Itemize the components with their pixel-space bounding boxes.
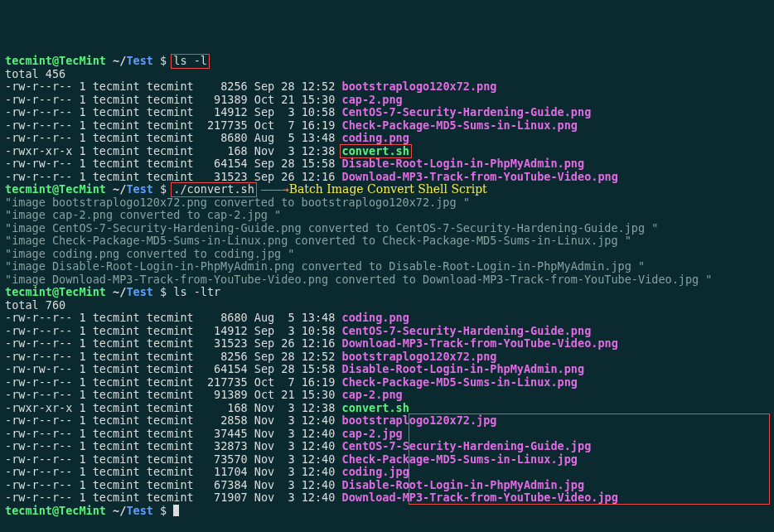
file-date: Oct 21 15:30: [254, 388, 336, 401]
file-links: 1: [79, 105, 85, 118]
file-group: tecmint: [147, 170, 194, 183]
ls-row: -rw-r--r-- 1 tecmint tecmint 8256 Sep 28…: [5, 351, 769, 364]
file-name: Download-MP3-Track-from-YouTube-Video.pn…: [342, 336, 618, 350]
file-date: Sep 3 10:58: [254, 105, 336, 118]
ls-row: -rw-r--r-- 1 tecmint tecmint 91389 Oct 2…: [5, 389, 769, 402]
file-date: Oct 7 16:19: [254, 118, 336, 132]
file-perm: -rw-r--r--: [5, 131, 72, 144]
file-owner: tecmint: [93, 157, 140, 170]
file-owner: tecmint: [93, 311, 140, 324]
file-links: 1: [79, 336, 85, 350]
prompt-host: TecMint: [59, 54, 106, 67]
file-perm: -rw-rw-r--: [5, 157, 72, 170]
prompt-host: TecMint: [59, 285, 106, 298]
file-links: 1: [79, 414, 85, 427]
ls-row: -rwxr-xr-x 1 tecmint tecmint 168 Nov 3 1…: [5, 145, 769, 158]
file-perm: -rw-r--r--: [5, 324, 72, 337]
file-links: 1: [79, 144, 85, 157]
prompt-user: tecmint: [5, 504, 52, 517]
file-group: tecmint: [147, 401, 194, 414]
file-size: 91389: [201, 388, 248, 401]
file-group: tecmint: [147, 427, 194, 440]
file-owner: tecmint: [93, 491, 140, 504]
prompt-dir: Test: [126, 504, 153, 517]
file-size: 168: [201, 144, 248, 157]
file-size: 31523: [201, 336, 248, 350]
file-links: 1: [79, 427, 85, 440]
prompt-at: @: [52, 182, 59, 196]
file-perm: -rw-r--r--: [5, 465, 72, 478]
file-group: tecmint: [147, 336, 194, 350]
file-perm: -rw-r--r--: [5, 118, 72, 132]
file-date: Sep 3 10:58: [254, 324, 336, 337]
command-input[interactable]: ./convert.sh: [173, 182, 254, 196]
ls-row: -rw-r--r-- 1 tecmint tecmint 14912 Sep 3…: [5, 106, 769, 119]
file-name: cap-2.png: [342, 93, 403, 106]
command-input[interactable]: ls -l: [173, 54, 207, 67]
ls-row: -rw-r--r-- 1 tecmint tecmint 2858 Nov 3 …: [5, 414, 769, 428]
file-name: bootstraplogo120x72.png: [342, 350, 497, 363]
file-name: bootstraplogo120x72.jpg: [342, 414, 497, 427]
file-links: 1: [79, 388, 85, 401]
file-perm: -rwxr-xr-x: [5, 144, 72, 157]
file-group: tecmint: [147, 144, 194, 157]
file-links: 1: [79, 452, 85, 466]
file-name: CentOS-7-Security-Hardening-Guide.png: [342, 324, 592, 337]
file-perm: -rw-r--r--: [5, 170, 72, 183]
file-perm: -rw-rw-r--: [5, 362, 72, 375]
file-group: tecmint: [147, 350, 194, 363]
ls-row: -rw-r--r-- 1 tecmint tecmint 37445 Nov 3…: [5, 428, 769, 441]
file-links: 1: [79, 118, 85, 132]
file-group: tecmint: [147, 491, 194, 504]
file-date: Sep 26 12:16: [254, 170, 336, 183]
file-group: tecmint: [147, 414, 194, 427]
file-links: 1: [79, 311, 85, 324]
file-owner: tecmint: [93, 375, 140, 389]
file-date: Aug 5 13:48: [254, 131, 336, 144]
prompt-user: tecmint: [5, 182, 52, 196]
file-links: 1: [79, 80, 85, 93]
file-name: CentOS-7-Security-Hardening-Guide.jpg: [342, 439, 592, 452]
prompt-dollar: $: [153, 504, 173, 517]
file-owner: tecmint: [93, 144, 140, 157]
file-date: Nov 3 12:40: [254, 427, 336, 440]
file-date: Nov 3 12:38: [254, 401, 336, 414]
ls-row: -rw-r--r-- 1 tecmint tecmint 67384 Nov 3…: [5, 479, 769, 492]
file-date: Nov 3 12:40: [254, 452, 336, 466]
file-date: Nov 3 12:40: [254, 414, 336, 427]
file-links: 1: [79, 491, 85, 504]
terminal-output[interactable]: tecmint@TecMint ~/Test $ ls -ltotal 456-…: [5, 55, 769, 517]
file-group: tecmint: [147, 375, 194, 389]
file-links: 1: [79, 350, 85, 363]
script-output-line: "image coding.png converted to coding.jp…: [5, 248, 769, 261]
prompt-dollar: $: [153, 285, 173, 298]
prompt-tilde: ~: [113, 504, 119, 517]
prompt-dir: Test: [126, 182, 153, 196]
script-output-line: "image cap-2.png converted to cap-2.jpg …: [5, 209, 769, 222]
file-perm: -rw-r--r--: [5, 478, 72, 491]
file-date: Oct 21 15:30: [254, 93, 336, 106]
file-owner: tecmint: [93, 401, 140, 414]
file-date: Nov 3 12:40: [254, 491, 336, 504]
file-size: 14912: [201, 324, 248, 337]
file-perm: -rw-r--r--: [5, 427, 72, 440]
file-date: Sep 26 12:16: [254, 336, 336, 350]
file-size: 37445: [201, 427, 248, 440]
file-owner: tecmint: [93, 465, 140, 478]
file-perm: -rw-r--r--: [5, 439, 72, 452]
file-links: 1: [79, 478, 85, 491]
file-size: 8256: [201, 80, 248, 93]
file-size: 168: [201, 401, 248, 414]
file-owner: tecmint: [93, 105, 140, 118]
file-name: Download-MP3-Track-from-YouTube-Video.jp…: [342, 491, 618, 504]
command-input[interactable]: ls -ltr: [173, 285, 220, 298]
file-size: 64154: [201, 362, 248, 375]
prompt-dir: Test: [126, 285, 153, 298]
file-links: 1: [79, 439, 85, 452]
file-group: tecmint: [147, 131, 194, 144]
file-links: 1: [79, 401, 85, 414]
file-owner: tecmint: [93, 336, 140, 350]
file-perm: -rw-r--r--: [5, 311, 72, 324]
ls-row: -rw-r--r-- 1 tecmint tecmint 217735 Oct …: [5, 376, 769, 389]
ls-row: -rw-r--r-- 1 tecmint tecmint 8680 Aug 5 …: [5, 132, 769, 145]
